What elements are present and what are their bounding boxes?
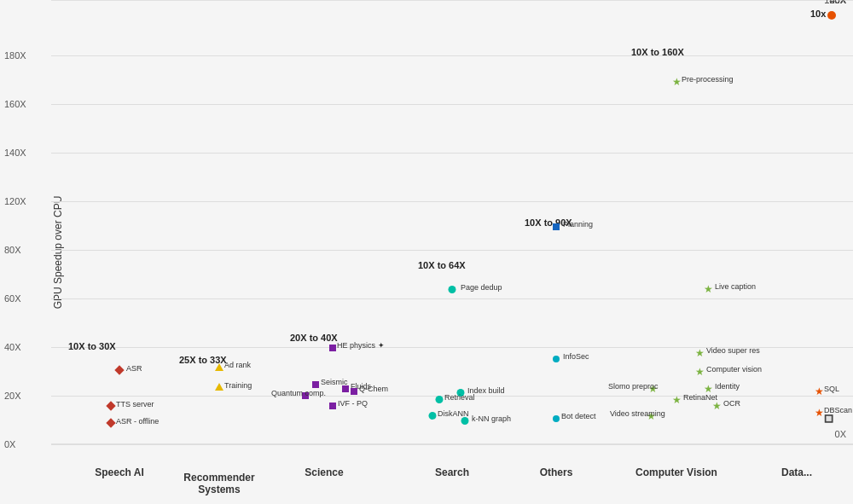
label-slomo: Slomo preproc bbox=[608, 382, 659, 391]
dp-fluids bbox=[342, 380, 349, 396]
label-ocr: OCR bbox=[723, 399, 740, 408]
x-label-science: Science bbox=[305, 466, 343, 478]
gl-100 bbox=[51, 201, 853, 202]
dp-retinanet: ★ bbox=[672, 391, 682, 407]
label-videostream: Video streaming bbox=[610, 409, 665, 418]
x-label-recommender: RecommenderSystems bbox=[183, 472, 254, 495]
y-label-0: 0X bbox=[835, 429, 846, 439]
gl-80 bbox=[51, 250, 853, 251]
dp-ivf bbox=[329, 397, 336, 413]
dp-asr bbox=[116, 362, 123, 377]
label-asr: ASR bbox=[126, 364, 142, 373]
gl-140 bbox=[51, 104, 853, 105]
yl-60: 60X bbox=[4, 293, 21, 304]
yl-120: 140X bbox=[4, 148, 26, 158]
dp-adrank bbox=[215, 359, 223, 374]
label-sql: SQL bbox=[824, 385, 839, 393]
label-videosuperres: Video super res bbox=[706, 346, 760, 355]
label-adrank: Ad rank bbox=[224, 361, 251, 369]
dp-pagededup bbox=[449, 281, 456, 297]
yl-160: 180X bbox=[4, 50, 26, 61]
dp-livecaption: ★ bbox=[704, 281, 713, 296]
dp-botdetect bbox=[553, 410, 560, 426]
label-asr-offline: ASR - offline bbox=[116, 417, 159, 426]
label-dbscan: DBScan 🔲 bbox=[824, 406, 853, 423]
gl-160 bbox=[51, 55, 853, 56]
dp-preproc: ★ bbox=[672, 73, 682, 89]
x-label-speech: Speech AI bbox=[95, 466, 144, 478]
gl-0 bbox=[51, 444, 853, 445]
label-pagededup: Page dedup bbox=[461, 283, 502, 292]
label-computervision: Computer vision bbox=[706, 365, 762, 374]
dp-ocr: ★ bbox=[712, 397, 722, 413]
x-label-others: Others bbox=[540, 466, 573, 478]
dp-data-top bbox=[827, 8, 836, 23]
label-identity: Identity bbox=[715, 382, 740, 391]
dp-qchem bbox=[351, 383, 357, 398]
annotation-speech: 10X to 30X bbox=[68, 341, 116, 351]
annotation-cv-top: 10X to 160X bbox=[631, 47, 684, 57]
label-preproc: Pre-processing bbox=[682, 75, 734, 84]
label-infosec: InfoSec bbox=[563, 352, 589, 361]
label-livecaption: Live caption bbox=[715, 282, 756, 291]
dp-infosec bbox=[553, 350, 560, 366]
x-label-search: Search bbox=[435, 466, 469, 478]
gl-120 bbox=[51, 153, 853, 154]
dp-planning bbox=[553, 218, 560, 234]
label-planning: Planning bbox=[563, 220, 593, 229]
label-quantum: Quantum comp. bbox=[271, 389, 326, 397]
yl-0: 0X bbox=[4, 439, 15, 449]
dp-hephysics bbox=[329, 339, 336, 355]
yl-80: 80X bbox=[4, 245, 21, 255]
x-label-cv: Computer Vision bbox=[635, 466, 717, 478]
yl-140: 160X bbox=[4, 99, 26, 109]
yl-20: 20X bbox=[4, 391, 21, 401]
dp-computervision: ★ bbox=[695, 363, 705, 379]
dp-tts bbox=[107, 397, 114, 413]
label-retrieval: Retrieval bbox=[444, 393, 475, 402]
dp-retrieval bbox=[436, 391, 444, 407]
chart-container: GPU Speedup over CPU 0X 20X 40X 60X 80X … bbox=[0, 0, 853, 504]
dp-dbscan: ★ bbox=[815, 404, 824, 420]
label-qchem: Q-Chem bbox=[359, 385, 388, 393]
label-hephysics: HE physics ✦ bbox=[337, 341, 385, 350]
yl-100: 120X bbox=[4, 196, 26, 206]
yl-40: 40X bbox=[4, 342, 21, 352]
label-botdetect: Bot detect bbox=[561, 412, 596, 420]
dp-sql: ★ bbox=[815, 383, 824, 398]
gl-60 bbox=[51, 298, 853, 299]
dp-videosuperres: ★ bbox=[695, 345, 705, 360]
label-training: Training bbox=[224, 381, 252, 390]
dp-asr-offline bbox=[107, 414, 114, 430]
dp-diskann bbox=[429, 408, 437, 423]
annotation-search: 10X to 64X bbox=[418, 260, 466, 270]
label-tts: TTS server bbox=[116, 400, 154, 408]
label-knn: k-NN graph bbox=[472, 414, 511, 423]
dp-training bbox=[215, 379, 223, 394]
dp-knn bbox=[461, 413, 469, 428]
x-label-data: Data... bbox=[781, 466, 812, 478]
grid-line-160 bbox=[51, 0, 853, 1]
label-ivf: IVF - PQ bbox=[338, 399, 368, 408]
y-label-160: 180X bbox=[824, 0, 846, 5]
y-axis-title: GPU Speedup over CPU bbox=[52, 195, 64, 309]
annotation-data-top: 10x bbox=[810, 9, 826, 19]
